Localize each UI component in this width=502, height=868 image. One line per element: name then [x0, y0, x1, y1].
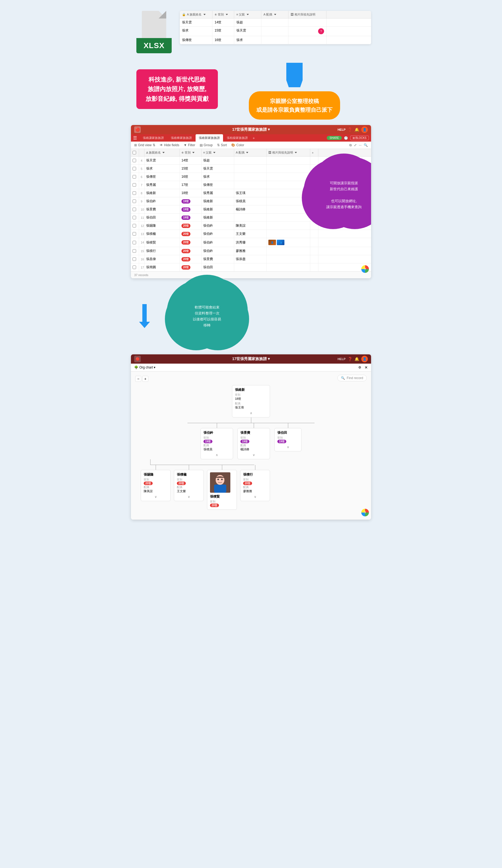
grid-column-headers: A 族親姓名 ⊕ 世別 ≡ 父親 A 配偶 🖼 相片與祖先說明 + [131, 149, 371, 156]
row-checkbox[interactable] [133, 191, 136, 195]
add-tab-icon[interactable]: + [253, 136, 255, 140]
row-checkbox[interactable] [133, 159, 136, 162]
cell-father: 張天雲 [201, 165, 234, 173]
chevron [246, 152, 248, 153]
grid-view-item[interactable]: ⊞ Grid view ⇅ [134, 143, 155, 147]
more-icon[interactable]: ··· [359, 143, 362, 147]
expand-btn-root[interactable]: ∧ [235, 411, 267, 415]
blocks-button[interactable]: ⊞ BLOCKS [350, 136, 369, 140]
row-check[interactable] [131, 247, 139, 255]
question-mark: ? [364, 268, 366, 271]
blue-arrow-svg [286, 63, 303, 87]
expand-btn-l3-2[interactable]: ∨ [177, 495, 201, 499]
records-count: 37 records [131, 271, 371, 278]
group-item[interactable]: ▤ Group [200, 143, 213, 147]
table-row: 14 張積賢 20世 張伯鈐 洪秀珊 👤 👥 [131, 238, 371, 247]
row-check[interactable] [131, 173, 139, 181]
org-level-3: 張賜隆 世別 20世 配偶 陳美誼 ∨ 張積楹 世別 [135, 465, 367, 510]
col-name-label: A 族親姓名 [187, 12, 201, 17]
zoom-in-button[interactable]: + [142, 376, 148, 382]
cell-extra [310, 247, 318, 255]
org-card-l2-2: 張景費 世別 19世 配偶 楊詩鋒 ∨ [238, 428, 270, 459]
cell-photo [267, 205, 310, 213]
help-icon: ❓ [348, 127, 352, 132]
cell-extra [310, 264, 318, 271]
row-checkbox[interactable] [133, 266, 136, 269]
toolbar-right: ⧉ ⤢ ··· 🔍 [349, 143, 368, 147]
tab-zhang-xin[interactable]: 張維新家族族譜 [196, 134, 223, 142]
row-checkbox[interactable] [133, 224, 136, 227]
color-item[interactable]: 🎨 Color [231, 143, 244, 147]
row-check[interactable] [131, 214, 139, 221]
cell-spouse: 王文樂 [234, 230, 267, 238]
row-check[interactable] [131, 205, 139, 213]
chevron-name [203, 14, 206, 15]
titlebar-right: HELP ❓ 🔔 👤 [338, 126, 368, 133]
grid-area: A 族親姓名 ⊕ 世別 ≡ 父親 A 配偶 🖼 相片與祖先說明 + [131, 149, 371, 278]
org-content: − + 🔍 Find record 張維新 世別 18世 配偶 張王瑛 ∧ [131, 372, 371, 520]
row-check[interactable] [131, 230, 139, 238]
row-checkbox[interactable] [133, 183, 136, 187]
search-icon[interactable]: 🔍 [364, 143, 368, 147]
grid-view-label: Grid view [138, 143, 151, 147]
row-checkbox[interactable] [133, 257, 136, 261]
app-tabs: ☰ 張維謙家族族譜 張維棒家族族譜 張維新家族族譜 張柏燊家族族譜 + SHAR… [131, 134, 371, 142]
tab-zhang-bo[interactable]: 張柏燊家族族譜 [223, 134, 251, 142]
tab-zhang-bang[interactable]: 張維棒家族族譜 [168, 134, 195, 142]
filter-item[interactable]: ▼ Filter [184, 143, 195, 147]
expand-btn-l3-1[interactable]: ∨ [144, 495, 168, 499]
table-row: 張求 15世 張天雲 ? [180, 27, 371, 36]
row-check[interactable] [131, 181, 139, 189]
zoom-out-button[interactable]: − [135, 376, 141, 382]
close-icon[interactable]: ✕ [365, 365, 368, 370]
row-check[interactable] [131, 197, 139, 205]
org-view-selector[interactable]: 🌳 Org chart ▾ [134, 365, 155, 369]
row-checkbox[interactable] [133, 232, 136, 236]
row-checkbox[interactable] [133, 167, 136, 170]
find-record-box[interactable]: 🔍 Find record [337, 375, 367, 381]
row-checkbox[interactable] [133, 208, 136, 211]
row-check[interactable] [131, 222, 139, 230]
settings-icon[interactable]: ⚙ [358, 365, 361, 369]
hide-fields-item[interactable]: 👁 Hide fields [160, 143, 179, 147]
row-check[interactable] [131, 165, 139, 173]
grid-icon: ⊞ [134, 143, 137, 147]
row-check[interactable] [131, 264, 139, 271]
org-avatar: 👤 [361, 356, 368, 362]
cell-extra [310, 255, 318, 263]
row-checkbox[interactable] [133, 249, 136, 253]
row-checkbox[interactable] [133, 199, 136, 203]
tab-zhang-qian[interactable]: 張維謙家族族譜 [140, 134, 167, 142]
row-checkbox[interactable] [133, 216, 136, 219]
copy-icon[interactable]: ⧉ [349, 143, 352, 147]
row-checkbox[interactable] [133, 175, 136, 178]
row-check[interactable] [131, 189, 139, 197]
filter-icon: ▼ [184, 143, 187, 147]
hamburger-icon[interactable]: ☰ [133, 135, 137, 141]
cell-gen: 19世 [180, 214, 201, 221]
clock-icon: 🕐 [344, 136, 348, 140]
share-button[interactable]: SHARE [327, 136, 342, 140]
col-spouse: A 配偶 [261, 11, 289, 18]
cell-father: 張傳世 [201, 181, 234, 189]
sort-item[interactable]: ⇅ Sort [217, 143, 227, 147]
row-check[interactable] [131, 238, 139, 247]
photo-thumb-1: 👤 [268, 240, 276, 245]
expand-btn-l2-3[interactable]: ∨ [278, 445, 299, 449]
row-number: 10 [139, 205, 145, 213]
expand-icon[interactable]: ⤢ [354, 143, 357, 147]
row-check[interactable] [131, 255, 139, 263]
expand-btn-l3-4[interactable]: ∨ [243, 495, 267, 499]
cell-photo [289, 36, 326, 44]
row-check[interactable] [131, 156, 139, 164]
expand-btn-l2-2[interactable]: ∨ [240, 453, 267, 457]
org-help-icon: ❓ [348, 357, 352, 361]
select-all-checkbox[interactable] [133, 151, 136, 154]
svg-marker-3 [139, 322, 150, 328]
cell-extra [310, 238, 318, 247]
expand-btn-l2-1[interactable]: ∧ [203, 453, 230, 457]
cell-spouse [234, 156, 267, 164]
add-col[interactable]: + [310, 149, 318, 156]
org-card-l2-3: 張伯田 世別 19世 ∨ [274, 428, 302, 451]
row-checkbox[interactable] [133, 241, 136, 244]
